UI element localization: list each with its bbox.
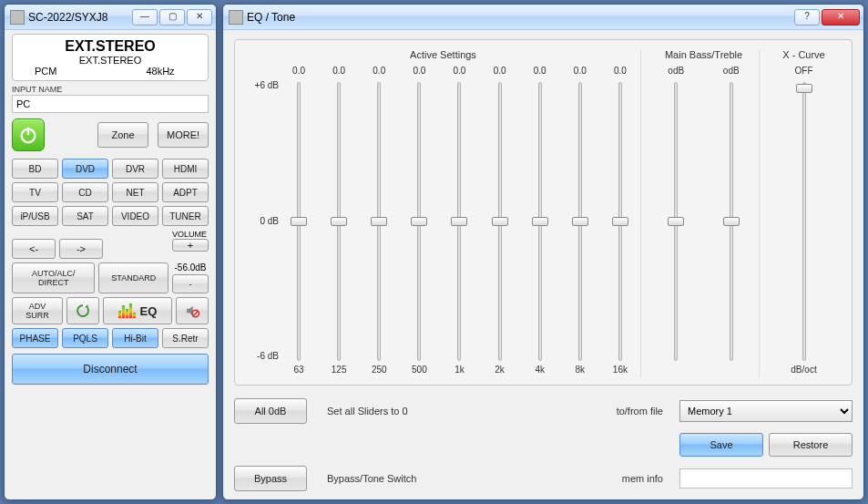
x-curve-unit: dB/oct [791,365,816,377]
treble-value: odB [723,66,740,78]
band-slider-250[interactable] [371,82,387,361]
main-title: SC-2022/SYXJ8 [28,11,132,24]
app-icon [10,10,25,25]
help-button[interactable]: ? [794,9,820,26]
input-cd[interactable]: CD [62,182,108,202]
band-slider-125[interactable] [331,82,347,361]
input-tv[interactable]: TV [12,182,58,202]
auto-alc-direct-button[interactable]: AUTO/ALC/ DIRECT [12,262,95,293]
svg-line-3 [193,311,199,316]
app-icon [229,10,243,25]
input-video[interactable]: VIDEO [112,206,158,226]
mem-info-field[interactable] [679,468,853,489]
more-button[interactable]: MORE! [158,122,209,148]
codec-label: PCM [18,66,118,77]
pqls-button[interactable]: PQLS [62,328,108,348]
band-slider-2k[interactable] [492,82,508,361]
x-curve-slider[interactable] [796,82,812,361]
band-value-4k: 0.0 [534,66,546,78]
standard-button[interactable]: STANDARD [98,262,168,293]
input-name-label: INPUT NAME [12,85,209,94]
band-slider-500[interactable] [411,82,427,361]
display-panel: EXT.STEREO EXT.STEREO PCM 48kHz [12,34,209,81]
input-hdmi[interactable]: HDMI [162,159,209,179]
all-0db-button[interactable]: All 0dB [234,398,307,424]
volume-label: VOLUME [12,230,207,239]
adv-surr-button[interactable]: ADV SURR [12,297,63,324]
input-tuner[interactable]: TUNER [162,206,209,226]
band-freq-1k: 1k [454,365,465,377]
input-bd[interactable]: BD [12,159,58,179]
input-dvd[interactable]: DVD [62,159,108,179]
eq-frame: +6 dB 0 dB -6 dB Active Settings 0.0630.… [234,39,853,386]
band-value-2k: 0.0 [494,66,506,78]
input-name-field[interactable] [12,95,209,113]
band-freq-500: 500 [412,365,427,377]
input-net[interactable]: NET [112,182,158,202]
next-button[interactable]: -> [59,239,103,259]
band-value-63: 0.0 [292,66,305,78]
main-window: SC-2022/SYXJ8 — ▢ ✕ EXT.STEREO EXT.STERE… [4,4,217,500]
minimize-button[interactable]: — [132,9,158,26]
eq-close-button[interactable]: ✕ [822,9,860,26]
restore-button[interactable]: Restore [769,433,853,457]
band-value-500: 0.0 [413,66,425,78]
band-slider-63[interactable] [291,82,307,361]
eq-icon [118,303,137,318]
band-freq-2k: 2k [495,365,505,377]
zone-button[interactable]: Zone [97,122,148,148]
x-curve-label: X - Curve [782,49,824,60]
band-value-16k: 0.0 [614,66,627,78]
eq-titlebar[interactable]: EQ / Tone ? ✕ [223,5,863,30]
power-button[interactable] [12,118,45,151]
bypass-label: Bypass/Tone Switch [327,473,548,484]
memory-select[interactable]: Memory 1 [679,400,853,422]
prev-button[interactable]: <- [12,239,56,259]
band-freq-16k: 16k [613,365,628,377]
power-icon [18,125,38,145]
band-value-1k: 0.0 [454,66,466,78]
band-value-8k: 0.0 [574,66,587,78]
band-freq-4k: 4k [535,365,545,377]
band-slider-1k[interactable] [451,82,467,361]
main-titlebar[interactable]: SC-2022/SYXJ8 — ▢ ✕ [5,5,216,30]
bass-value: odB [668,66,684,78]
cancel-speaker-button[interactable] [176,297,209,324]
close-button[interactable]: ✕ [187,9,212,26]
eq-button[interactable]: EQ [103,297,172,324]
hibit-button[interactable]: Hi-Bit [112,328,158,348]
input-ipusb[interactable]: iP/USB [12,206,58,226]
save-button[interactable]: Save [679,433,763,457]
refresh-button[interactable] [66,297,99,324]
band-value-125: 0.0 [332,66,345,78]
band-freq-250: 250 [372,365,387,377]
mem-info-label: mem info [559,473,669,484]
input-dvr[interactable]: DVR [112,159,158,179]
disconnect-button[interactable]: Disconnect [12,354,209,385]
maximize-button[interactable]: ▢ [159,9,185,26]
band-slider-16k[interactable] [612,82,628,361]
treble-slider[interactable] [723,82,740,361]
input-grid: BD DVD DVR HDMI TV CD NET ADPT iP/USB SA… [12,159,209,226]
volume-down-button[interactable]: - [172,274,209,293]
band-slider-8k[interactable] [572,82,588,361]
volume-value: -56.0dB [172,262,209,273]
mode-subtitle: EXT.STEREO [18,55,202,66]
input-adpt[interactable]: ADPT [162,182,209,202]
input-sat[interactable]: SAT [62,206,108,226]
eq-window: EQ / Tone ? ✕ +6 dB 0 dB -6 dB Active Se… [222,4,864,500]
band-slider-4k[interactable] [532,82,548,361]
bass-treble-label: Main Bass/Treble [665,49,742,60]
active-settings-label: Active Settings [410,49,476,60]
x-curve-value: OFF [795,66,813,78]
band-freq-8k: 8k [576,365,586,377]
speaker-cancel-icon [184,303,200,319]
sretr-button[interactable]: S.Retr [162,328,209,348]
all-0db-label: Set all Sliders to 0 [327,406,548,417]
bypass-button[interactable]: Bypass [234,466,307,491]
volume-up-button[interactable]: + [172,239,209,252]
band-freq-63: 63 [293,365,303,377]
phase-button[interactable]: PHASE [12,328,58,348]
bass-slider[interactable] [668,82,684,361]
samplerate-label: 48kHz [118,66,202,77]
